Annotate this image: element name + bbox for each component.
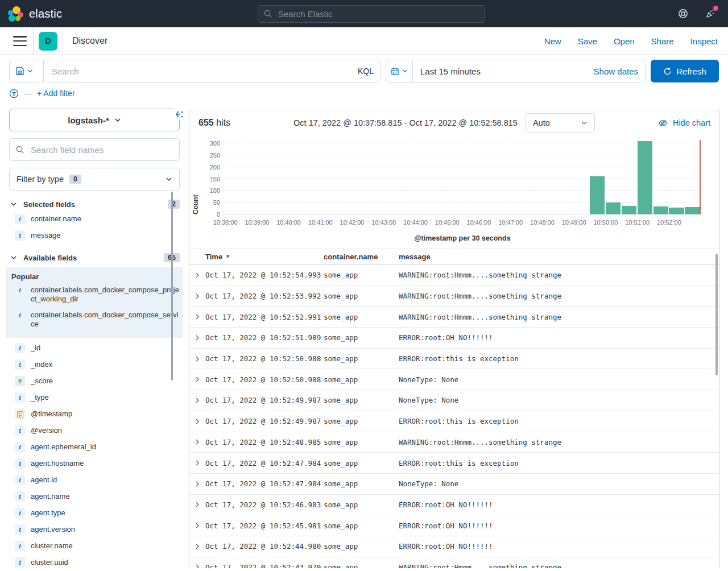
table-row[interactable]: Oct 17, 2022 @ 10:52:49.987some_appERROR… — [189, 411, 719, 432]
saved-query-button[interactable] — [9, 60, 39, 82]
sidebar-scrollbar[interactable] — [171, 192, 173, 380]
filter-by-type-count: 0 — [69, 175, 81, 184]
table-row[interactable]: Oct 17, 2022 @ 10:52:47.984some_appNoneT… — [189, 474, 719, 495]
field-search[interactable] — [9, 138, 180, 161]
expand-row-icon[interactable] — [189, 564, 205, 568]
histogram-bar[interactable] — [653, 206, 668, 214]
expand-row-icon[interactable] — [189, 522, 205, 529]
field-item[interactable]: tcluster.name — [9, 538, 180, 555]
elastic-logo[interactable]: elastic — [8, 6, 62, 22]
field-item[interactable]: tagent.ephemeral_id — [9, 439, 180, 456]
field-search-input[interactable] — [30, 144, 173, 155]
menu-link-new[interactable]: New — [544, 36, 561, 46]
expand-row-icon[interactable] — [189, 481, 205, 487]
expand-row-icon[interactable] — [189, 355, 205, 362]
field-item[interactable]: tmessage — [9, 227, 180, 244]
field-item[interactable]: tcontainer.labels.com_docker_compose_pro… — [9, 282, 180, 307]
news-icon[interactable] — [704, 7, 717, 20]
table-row[interactable]: Oct 17, 2022 @ 10:52:53.992some_appWARNI… — [189, 286, 719, 307]
histogram-bar[interactable] — [606, 202, 621, 214]
table-row[interactable]: Oct 17, 2022 @ 10:52:44.980some_appERROR… — [189, 536, 719, 557]
collapse-sidebar-icon[interactable] — [173, 109, 185, 120]
current-time-marker — [700, 140, 701, 214]
filter-manage-icon[interactable] — [9, 89, 19, 98]
menu-link-share[interactable]: Share — [651, 36, 674, 46]
menu-link-inspect[interactable]: Inspect — [690, 36, 718, 46]
expand-row-icon[interactable] — [189, 438, 205, 445]
global-search[interactable] — [258, 5, 485, 23]
column-header-message[interactable]: message — [399, 253, 719, 261]
field-item[interactable]: tagent.version — [9, 522, 180, 538]
index-pattern-switcher[interactable]: logstash-* — [9, 109, 180, 131]
refresh-button[interactable]: Refresh — [651, 60, 719, 82]
table-row[interactable]: Oct 17, 2022 @ 10:52:51.989some_appERROR… — [189, 328, 719, 349]
field-item[interactable]: tcluster.uuid — [9, 555, 180, 571]
expand-row-icon[interactable] — [189, 334, 205, 341]
interval-select[interactable]: Auto — [526, 113, 595, 133]
field-item[interactable]: t_type — [9, 390, 180, 406]
field-item[interactable]: t_index — [9, 357, 180, 373]
field-type-string-icon: t — [15, 442, 25, 452]
expand-row-icon[interactable] — [189, 397, 205, 404]
gridline — [225, 167, 700, 167]
show-dates-button[interactable]: Show dates — [586, 67, 646, 76]
field-item[interactable]: tcontainer.labels.com_docker_compose_ser… — [9, 307, 180, 332]
x-tick-label: 10:43:00 — [371, 219, 396, 226]
field-name: cluster.name — [31, 541, 73, 551]
column-header-container-name[interactable]: container.name — [324, 253, 399, 261]
menu-link-save[interactable]: Save — [578, 36, 597, 46]
histogram-bar[interactable] — [622, 206, 636, 214]
time-range-value[interactable]: Last 15 minutes — [413, 67, 488, 76]
date-quick-select-button[interactable] — [386, 60, 413, 82]
field-item[interactable]: tagent.type — [9, 505, 180, 522]
field-item[interactable]: tagent.name — [9, 489, 180, 505]
documents-table: Oct 17, 2022 @ 10:52:54.993some_appWARNI… — [189, 265, 719, 568]
filter-by-type-button[interactable]: Filter by type 0 — [9, 168, 180, 191]
table-row[interactable]: Oct 17, 2022 @ 10:52:50.988some_appNoneT… — [189, 369, 719, 390]
available-fields-header[interactable]: Available fields 65 — [9, 253, 180, 262]
table-row[interactable]: Oct 17, 2022 @ 10:52:47.984some_appERROR… — [189, 453, 719, 474]
table-row[interactable]: Oct 17, 2022 @ 10:52:52.991some_appWARNI… — [189, 307, 719, 328]
query-language-button[interactable]: KQL — [358, 67, 374, 76]
field-item[interactable]: tagent.hostname — [9, 456, 180, 472]
table-row[interactable]: Oct 17, 2022 @ 10:52:46.983some_appERROR… — [189, 495, 719, 516]
column-header-time[interactable]: Time ▼ — [205, 253, 324, 261]
table-row[interactable]: Oct 17, 2022 @ 10:52:54.993some_appWARNI… — [189, 265, 719, 286]
y-tick-label: 0 — [195, 211, 220, 218]
selected-fields-header[interactable]: Selected fields 2 — [9, 200, 180, 209]
expand-row-icon[interactable] — [189, 313, 205, 320]
query-input[interactable] — [51, 66, 353, 77]
expand-row-icon[interactable] — [189, 272, 205, 279]
expand-row-icon[interactable] — [189, 376, 205, 383]
table-row[interactable]: Oct 17, 2022 @ 10:52:43.979some_appWARNI… — [189, 557, 719, 568]
field-item[interactable]: tcontainer.name — [9, 211, 180, 227]
field-item[interactable]: t_id — [9, 340, 180, 357]
table-scrollbar[interactable] — [715, 254, 718, 375]
expand-row-icon[interactable] — [189, 543, 205, 550]
chevron-down-icon — [10, 201, 17, 208]
expand-row-icon[interactable] — [189, 501, 205, 508]
histogram-bar[interactable] — [638, 141, 652, 214]
field-item[interactable]: @timestamp — [9, 406, 180, 423]
kql-query-input[interactable]: KQL — [43, 60, 381, 82]
expand-row-icon[interactable] — [189, 418, 205, 425]
menu-icon[interactable] — [13, 36, 27, 46]
field-item[interactable]: t@version — [9, 423, 180, 439]
histogram-bar[interactable] — [590, 176, 605, 214]
field-item[interactable]: tagent.id — [9, 472, 180, 489]
field-item[interactable]: #_score — [9, 373, 180, 390]
global-search-input[interactable] — [277, 9, 479, 19]
histogram-bar[interactable] — [669, 208, 684, 215]
help-icon[interactable] — [677, 7, 689, 20]
expand-row-icon[interactable] — [189, 460, 205, 466]
menu-link-open[interactable]: Open — [614, 36, 635, 46]
add-filter-button[interactable]: + Add filter — [37, 89, 75, 98]
table-row[interactable]: Oct 17, 2022 @ 10:52:48.985some_appWARNI… — [189, 432, 719, 453]
table-row[interactable]: Oct 17, 2022 @ 10:52:45.981some_appERROR… — [189, 515, 719, 536]
table-row[interactable]: Oct 17, 2022 @ 10:52:50.988some_appERROR… — [189, 349, 719, 370]
histogram-bar[interactable] — [685, 207, 700, 214]
expand-row-icon[interactable] — [189, 293, 205, 300]
hide-chart-button[interactable]: Hide chart — [658, 118, 710, 128]
table-row[interactable]: Oct 17, 2022 @ 10:52:49.987some_appNoneT… — [189, 390, 719, 411]
cell-message: ERROR:root:this is exception — [399, 417, 719, 425]
